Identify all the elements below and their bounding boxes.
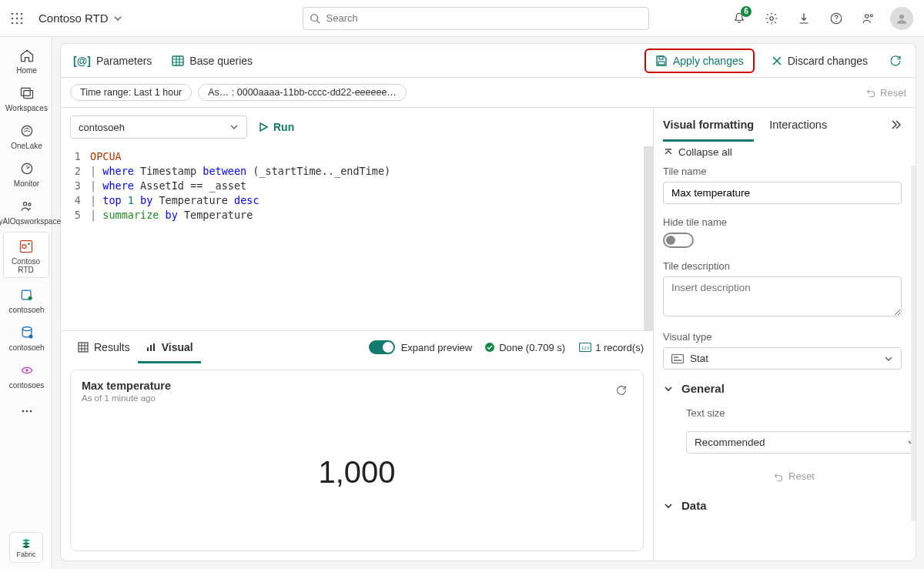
svg-point-9 [310, 14, 317, 21]
fabric-switcher[interactable]: Fabric [9, 532, 43, 563]
nav-contoso-rtd[interactable]: Contoso RTD [3, 232, 49, 278]
ellipsis-icon [19, 403, 35, 419]
workspace-switcher[interactable]: Contoso RTD [34, 8, 127, 28]
formatting-panel: Visual formatting Interactions Collapse … [654, 108, 916, 561]
panel-tab-interactions[interactable]: Interactions [769, 108, 827, 142]
chip-asset[interactable]: As… : 0000aaaa-11bb-cccc-dd22-eeeeee… [198, 84, 407, 101]
collapse-all-button[interactable]: Collapse all [663, 146, 906, 158]
svg-rect-34 [172, 56, 183, 65]
text-size-select[interactable]: Recommended [686, 431, 916, 454]
svg-line-10 [316, 20, 320, 23]
preview-tile: Max temperature As of 1 minute ago 1,000 [70, 370, 644, 551]
dashboard-icon [18, 239, 34, 254]
search-box[interactable] [303, 7, 649, 30]
search-icon [310, 13, 320, 24]
monitor-icon [19, 161, 35, 176]
tile-refresh-button[interactable] [611, 380, 632, 401]
svg-point-8 [21, 22, 23, 24]
stat-value: 1,000 [318, 455, 395, 490]
tile-name-label: Tile name [663, 166, 902, 177]
editor-code[interactable]: OPCUA | where Timestamp between (_startT… [87, 146, 644, 330]
chevron-down-icon [113, 14, 122, 23]
tile-toolbar: [@] Parameters Base queries Apply change… [61, 44, 916, 78]
svg-rect-52 [672, 354, 684, 363]
refresh-icon [615, 384, 628, 397]
section-data[interactable]: Data [663, 499, 902, 512]
workspaces-icon [19, 85, 35, 101]
query-status: Done (0.709 s) [499, 342, 565, 353]
svg-rect-17 [21, 88, 30, 95]
svg-point-5 [21, 17, 23, 19]
svg-point-11 [770, 16, 774, 20]
nav-more[interactable] [3, 397, 49, 423]
panel-tab-visual-formatting[interactable]: Visual formatting [663, 108, 754, 142]
app-launcher-icon[interactable] [6, 8, 28, 29]
download-icon [797, 12, 811, 25]
nav-contosoeh-1[interactable]: contosoeh [3, 281, 49, 317]
run-button[interactable]: Run [258, 121, 294, 133]
home-icon [19, 48, 35, 63]
svg-point-31 [22, 410, 24, 413]
parameters-button[interactable]: [@] Parameters [70, 52, 155, 70]
chevron-down-icon [907, 438, 916, 447]
help-button[interactable] [825, 8, 847, 29]
apply-changes-button[interactable]: Apply changes [644, 49, 755, 73]
tile-subtitle: As of 1 minute ago [82, 393, 632, 403]
nav-monitor[interactable]: Monitor [3, 155, 49, 191]
nav-workspaces[interactable]: Workspaces [3, 79, 49, 115]
visual-type-label: Visual type [663, 331, 902, 343]
feedback-button[interactable] [858, 8, 879, 29]
svg-point-1 [16, 12, 18, 15]
visual-type-select[interactable]: Stat [663, 347, 902, 370]
notification-badge: 6 [741, 6, 752, 17]
nav-myworkspace[interactable]: myAIOqsworkspace [3, 192, 49, 229]
svg-rect-47 [150, 345, 152, 351]
text-size-reset[interactable]: Reset [686, 466, 902, 487]
base-queries-button[interactable]: Base queries [169, 52, 256, 70]
svg-point-21 [23, 202, 26, 206]
refresh-button[interactable] [885, 50, 906, 72]
editor-scrollbar[interactable] [644, 146, 653, 330]
chip-time-range[interactable]: Time range: Last 1 hour [70, 84, 192, 101]
stat-icon [671, 354, 684, 363]
reset-parameters-button[interactable]: Reset [865, 87, 906, 99]
discard-changes-button[interactable]: Discard changes [768, 52, 871, 70]
svg-point-3 [12, 17, 14, 19]
tile-name-input[interactable] [663, 182, 902, 204]
tile-description-label: Tile description [663, 260, 902, 272]
account-avatar[interactable] [890, 7, 913, 30]
download-button[interactable] [793, 8, 815, 29]
grid-icon [78, 342, 89, 353]
hide-tile-name-label: Hide tile name [663, 216, 902, 228]
tab-visual[interactable]: Visual [138, 331, 201, 363]
close-icon [772, 55, 782, 66]
svg-point-29 [28, 335, 32, 339]
tile-title: Max temperature [82, 380, 632, 392]
nav-onelake[interactable]: OneLake [3, 117, 49, 153]
chevrons-right-icon [889, 119, 902, 131]
database-icon [19, 325, 35, 340]
expand-preview-toggle[interactable] [369, 340, 395, 354]
people-icon [862, 12, 875, 25]
settings-button[interactable] [761, 8, 782, 29]
hide-tile-name-toggle[interactable] [663, 233, 694, 248]
section-general[interactable]: General [663, 382, 902, 395]
play-icon [258, 122, 269, 132]
kql-editor[interactable]: 1 2 3 4 5 OPCUA | where Timestamp betwee… [61, 146, 653, 331]
svg-point-6 [12, 22, 14, 24]
chart-icon [146, 342, 156, 353]
svg-text:123: 123 [581, 345, 590, 351]
tile-description-input[interactable] [663, 276, 902, 316]
nav-home[interactable]: Home [3, 42, 49, 78]
search-input[interactable] [325, 12, 642, 25]
nav-contosoes[interactable]: contosoes [3, 356, 49, 393]
svg-point-22 [28, 203, 30, 206]
eventstream-icon [19, 363, 35, 378]
expand-preview-label: Expand preview [401, 342, 473, 353]
panel-expand-button[interactable] [885, 114, 906, 136]
nav-contosoeh-2[interactable]: contosoeh [3, 319, 49, 355]
top-bar: Contoso RTD 6 [0, 0, 924, 37]
tab-results[interactable]: Results [70, 331, 138, 363]
notifications-button[interactable]: 6 [728, 8, 750, 29]
datasource-select[interactable]: contosoeh [70, 115, 247, 139]
